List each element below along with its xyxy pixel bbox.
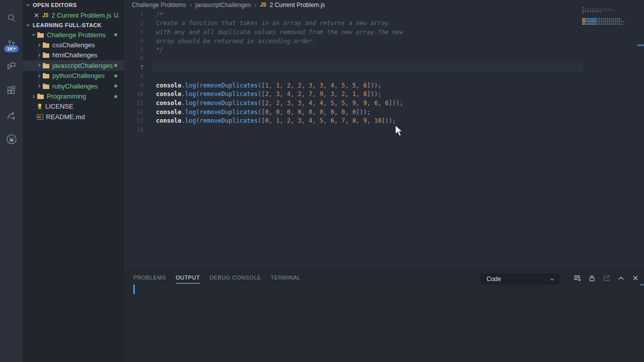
- minimap-line: [582, 10, 632, 11]
- panel-tab-output[interactable]: OUTPUT: [176, 275, 200, 284]
- code-line-8[interactable]: 8: [124, 72, 644, 81]
- git-untracked-badge: U: [114, 12, 118, 19]
- minimap-line: [582, 9, 632, 10]
- indent-guide: [38, 41, 39, 91]
- tree-item-programming[interactable]: Programming: [23, 91, 124, 101]
- chevron-collapsed-icon: [36, 73, 42, 78]
- folder-icon: [37, 32, 44, 38]
- output-channel-select[interactable]: Code: [480, 274, 560, 285]
- minimap-line: [582, 7, 632, 8]
- git-modified-dot: [114, 84, 117, 87]
- license-icon: [37, 103, 43, 110]
- minimap-line: [582, 11, 632, 12]
- code-line-11[interactable]: 11console.log(removeDuplicates([2, 2, 3,…: [124, 99, 644, 108]
- code-line-3[interactable]: 3with any and all duplicate values remov…: [124, 28, 644, 37]
- panel-tab-terminal[interactable]: TERMINAL: [271, 275, 301, 284]
- line-number: 8: [124, 73, 143, 80]
- bottom-panel: PROBLEMSOUTPUTDEBUG CONSOLETERMINAL Code: [124, 272, 644, 362]
- folder-icon: [42, 42, 50, 48]
- minimap-line: [582, 24, 632, 25]
- clear-output-icon[interactable]: [573, 274, 581, 282]
- code-line-5[interactable]: 5*/: [124, 46, 644, 55]
- minimap-line: [582, 25, 632, 26]
- code-line-14[interactable]: 14: [124, 125, 644, 134]
- code-line-1[interactable]: 1/*: [124, 10, 644, 19]
- line-content: Create a function that takes in an array…: [156, 20, 388, 27]
- panel-tab-problems[interactable]: PROBLEMS: [133, 275, 166, 284]
- code-line-10[interactable]: 10console.log(removeDuplicates([2, 3, 4,…: [124, 90, 644, 99]
- breadcrumb-item-file[interactable]: 2 Current Problem.js: [270, 2, 325, 9]
- tree-item-challenge-problems[interactable]: Challenge Problems: [23, 30, 124, 40]
- chevron-collapsed-icon: [36, 63, 42, 68]
- code-line-13[interactable]: 13console.log(removeDuplicates([0, 1, 2,…: [124, 117, 644, 126]
- tree-item-label: cssChallenges: [52, 41, 95, 49]
- folder-icon: [42, 52, 50, 58]
- line-content: console.log(removeDuplicates([2, 3, 4, 2…: [156, 90, 381, 98]
- minimap-line: [582, 20, 632, 21]
- line-content: console.log(removeDuplicates([0, 0, 0, 0…: [156, 109, 370, 116]
- line-content: console.log(removeDuplicates([1, 1, 2, 2…: [156, 82, 381, 89]
- maximize-panel-icon[interactable]: [617, 275, 625, 282]
- folder-icon: [42, 72, 50, 79]
- code-line-6[interactable]: 6: [124, 54, 644, 63]
- panel-ruler-mark: [640, 284, 644, 286]
- text-caret: [133, 285, 135, 294]
- code-line-12[interactable]: 12console.log(removeDuplicates([0, 0, 0,…: [124, 108, 644, 117]
- breadcrumb-separator: ›: [190, 2, 192, 9]
- close-panel-icon[interactable]: [632, 275, 639, 282]
- tree-item-label: README.md: [46, 113, 85, 121]
- minimap-line: [582, 14, 632, 15]
- source-control-icon[interactable]: 1K+: [0, 33, 23, 56]
- git-modified-dot: [114, 95, 117, 98]
- workspace-header[interactable]: LEARNING FULL-STACK: [23, 20, 124, 30]
- chevron-collapsed-icon: [30, 94, 37, 99]
- github-icon[interactable]: [0, 128, 23, 150]
- panel-tab-debug-console[interactable]: DEBUG CONSOLE: [209, 275, 261, 284]
- code-line-4[interactable]: 4array should be returned in ascending o…: [124, 37, 644, 46]
- breadcrumb-item-folder[interactable]: Challenge Problems: [132, 2, 186, 9]
- editor-area: Challenge Problems › javascriptChallenge…: [124, 0, 644, 272]
- line-content: */: [156, 46, 163, 53]
- js-file-icon: JS: [260, 2, 266, 8]
- line-number: 7: [124, 64, 143, 71]
- scm-badge: 1K+: [4, 45, 19, 52]
- search-icon[interactable]: [0, 7, 23, 29]
- code-line-2[interactable]: 2Create a function that takes in an arra…: [124, 19, 644, 28]
- code-area[interactable]: 1/*2Create a function that takes in an a…: [124, 10, 644, 134]
- chevron-expanded-icon: [30, 32, 37, 37]
- folder-icon: [42, 62, 50, 69]
- open-in-editor-icon[interactable]: [603, 275, 610, 282]
- tree-item-license[interactable]: LICENSE: [23, 102, 124, 112]
- line-number: 10: [124, 91, 143, 98]
- code-line-9[interactable]: 9console.log(removeDuplicates([1, 1, 2, …: [124, 81, 644, 90]
- tree-item-readme-md[interactable]: M↓README.md: [23, 112, 124, 122]
- extensions-icon[interactable]: [0, 79, 23, 102]
- output-content[interactable]: [124, 285, 644, 362]
- line-number: 14: [124, 126, 143, 133]
- lock-scroll-icon[interactable]: [588, 275, 596, 282]
- breadcrumb-item-subfolder[interactable]: javascriptChallenges: [195, 2, 251, 9]
- chevron-down-icon: [549, 277, 555, 282]
- close-icon[interactable]: ✕: [34, 12, 39, 19]
- minimap-line: [582, 13, 632, 14]
- chevron-collapsed-icon: [36, 43, 42, 48]
- line-number: 11: [124, 100, 143, 107]
- code-line-7[interactable]: 7: [124, 63, 644, 72]
- line-content: /*: [156, 11, 163, 18]
- line-content: array should be returned in ascending or…: [156, 38, 316, 45]
- line-number: 2: [124, 20, 143, 27]
- vscode-window: 1K+: [0, 0, 644, 362]
- open-editors-header[interactable]: OPEN EDITORS: [23, 0, 124, 10]
- tree-item-label: LICENSE: [45, 103, 73, 110]
- line-number: 13: [124, 118, 143, 124]
- overview-ruler-cursor-mark: [637, 44, 644, 46]
- git-modified-dot: [114, 74, 117, 77]
- open-editor-item[interactable]: ✕ JS 2 Current Problem.js ... U: [23, 10, 124, 20]
- minimap-line: [582, 16, 632, 17]
- line-content: console.log(removeDuplicates([2, 2, 3, 3…: [156, 100, 403, 107]
- chevron-collapsed-icon: [36, 83, 42, 88]
- live-share-icon[interactable]: [0, 104, 23, 127]
- run-debug-icon[interactable]: [0, 55, 23, 77]
- tree-item-label: Programming: [47, 93, 86, 100]
- minimap[interactable]: [582, 7, 632, 27]
